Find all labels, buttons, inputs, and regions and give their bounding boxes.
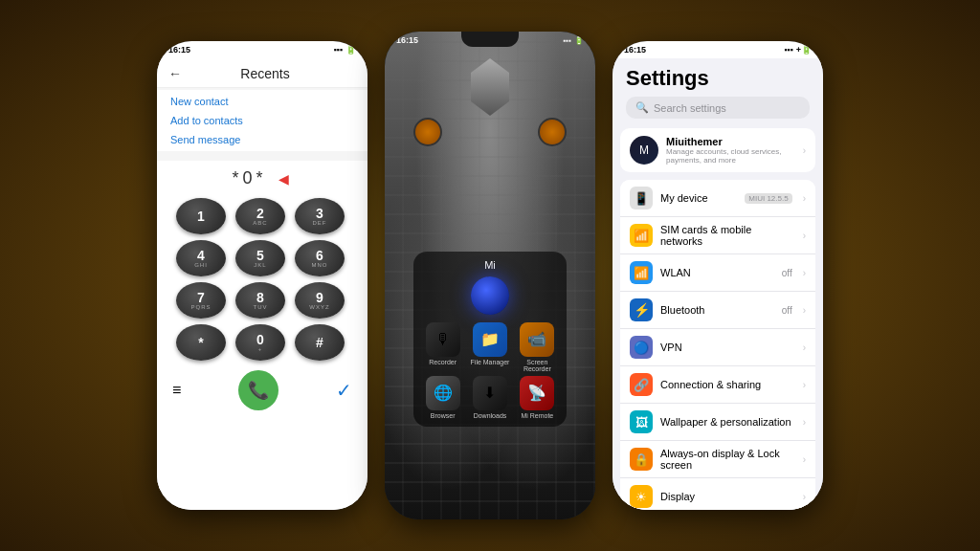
app-miremote[interactable]: 📡 Mi Remote <box>516 376 559 419</box>
account-desc: Manage accounts, cloud services, payment… <box>666 147 795 165</box>
account-chevron: › <box>803 145 806 156</box>
back-button[interactable]: ← <box>168 66 182 81</box>
check-button[interactable]: ✓ <box>336 379 352 402</box>
miremote-label: Mi Remote <box>521 412 553 419</box>
recents-header: ← Recents <box>157 58 368 88</box>
battery-icon-center: 🔋 <box>574 36 584 45</box>
account-name: Miuithemer <box>666 136 795 147</box>
settings-item-connection[interactable]: 🔗 Connection & sharing › <box>620 366 815 404</box>
settings-item-display[interactable]: ☀ Display › <box>620 478 815 510</box>
status-time-center: 16:15 <box>396 35 418 45</box>
key-5[interactable]: 5JKL <box>235 240 285 276</box>
app-browser[interactable]: 🌐 Browser <box>421 376 464 419</box>
filemanager-label: File Manager <box>471 359 510 365</box>
vpn-chevron: › <box>803 342 806 353</box>
phone-right: 16:15 ▪▪▪ +🔋 Settings 🔍 Search settings … <box>612 41 823 510</box>
bluetooth-title: Bluetooth <box>660 304 774 316</box>
mydevice-icon: 📱 <box>630 187 653 209</box>
app-downloads[interactable]: ⬇ Downloads <box>468 376 511 419</box>
key-0[interactable]: 0+ <box>235 324 285 361</box>
mydevice-chevron: › <box>803 193 806 204</box>
display-content: Display <box>660 491 795 502</box>
wlan-chevron: › <box>803 268 806 278</box>
right-orb <box>538 118 567 146</box>
aod-title: Always-on display & Lock screen <box>660 448 795 471</box>
connection-icon: 🔗 <box>630 373 653 396</box>
sim-chevron: › <box>803 231 806 241</box>
filemanager-icon: 📁 <box>473 322 507 357</box>
sim-title: SIM cards & mobile networks <box>660 224 795 247</box>
center-orb <box>471 276 509 315</box>
app-recorder[interactable]: 🎙 Recorder <box>421 322 464 372</box>
add-to-contacts-link[interactable]: Add to contacts <box>170 115 354 126</box>
key-hash[interactable]: # <box>295 324 345 361</box>
downloads-label: Downloads <box>474 412 507 419</box>
key-4[interactable]: 4GHI <box>176 240 226 276</box>
dial-input: *0* ◀ <box>163 168 362 188</box>
search-placeholder: Search settings <box>654 102 726 114</box>
mydevice-title: My device <box>660 192 737 204</box>
display-title: Display <box>660 491 795 502</box>
menu-icon[interactable]: ≡ <box>172 382 181 399</box>
account-section[interactable]: M Miuithemer Manage accounts, cloud serv… <box>620 128 815 172</box>
signal-icon-right: ▪▪▪ <box>784 45 793 55</box>
signal-icon: ▪▪▪ <box>333 45 343 55</box>
screen-center: 16:15 ▪▪▪ 🔋 Mi 🎙 Recorder <box>385 32 595 519</box>
signal-icon-center: ▪▪▪ <box>563 36 571 45</box>
connection-content: Connection & sharing <box>660 379 795 390</box>
wallpaper-content: Wallpaper & personalization <box>660 416 795 428</box>
settings-item-vpn[interactable]: 🔵 VPN › <box>620 329 815 366</box>
mydevice-value: MIUI 12.5.5 <box>745 193 791 204</box>
vpn-icon: 🔵 <box>630 336 653 359</box>
key-2[interactable]: 2ABC <box>235 198 285 234</box>
app-filemanager[interactable]: 📁 File Manager <box>468 322 511 372</box>
settings-item-mydevice[interactable]: 📱 My device MIUI 12.5.5 › <box>620 180 815 217</box>
dial-number: *0* <box>232 168 266 188</box>
connection-title: Connection & sharing <box>660 379 795 390</box>
downloads-icon: ⬇ <box>473 376 507 410</box>
aod-content: Always-on display & Lock screen <box>660 448 795 471</box>
wallpaper-chevron: › <box>803 417 806 428</box>
new-contact-link[interactable]: New contact <box>170 96 354 107</box>
settings-item-wallpaper[interactable]: 🖼 Wallpaper & personalization › <box>620 404 815 441</box>
browser-label: Browser <box>431 412 456 419</box>
recents-links: New contact Add to contacts Send message <box>157 90 368 151</box>
key-9[interactable]: 9WXYZ <box>295 282 345 319</box>
search-icon: 🔍 <box>635 101 649 114</box>
app-screenrecorder[interactable]: 📹 Screen Recorder <box>516 322 559 372</box>
phone-center: 16:15 ▪▪▪ 🔋 Mi 🎙 Recorder <box>385 32 595 519</box>
settings-item-aod[interactable]: 🔒 Always-on display & Lock screen › <box>620 441 815 478</box>
sim-icon: 📶 <box>630 224 653 247</box>
settings-item-wlan[interactable]: 📶 WLAN off › <box>620 254 815 292</box>
search-bar[interactable]: 🔍 Search settings <box>626 97 810 119</box>
key-1[interactable]: 1 <box>176 198 226 234</box>
status-icons-center: ▪▪▪ 🔋 <box>563 36 584 45</box>
display-icon: ☀ <box>630 485 653 508</box>
settings-header: Settings 🔍 Search settings <box>612 58 823 128</box>
key-star[interactable]: * <box>176 324 226 361</box>
left-orb <box>413 118 442 146</box>
key-3[interactable]: 3DEF <box>295 198 345 234</box>
browser-icon: 🌐 <box>426 376 460 410</box>
key-8[interactable]: 8TUV <box>235 282 285 319</box>
status-icons-left: ▪▪▪ 🔋 <box>333 45 356 55</box>
folder-label: Mi <box>421 259 559 271</box>
key-7[interactable]: 7PQRS <box>176 282 226 319</box>
backspace-button[interactable]: ◀ <box>278 171 293 187</box>
send-message-link[interactable]: Send message <box>170 134 354 145</box>
status-time-left: 16:15 <box>168 45 190 55</box>
settings-list: M Miuithemer Manage accounts, cloud serv… <box>612 128 823 510</box>
screen-right: Settings 🔍 Search settings M Miuithemer … <box>612 58 823 510</box>
phone-left: 16:15 ▪▪▪ 🔋 ← Recents New contact Add to… <box>157 41 368 510</box>
settings-title: Settings <box>626 66 810 91</box>
settings-item-bluetooth[interactable]: ⚡ Bluetooth off › <box>620 292 815 329</box>
vpn-content: VPN <box>660 342 795 353</box>
wallpaper-icon: 🖼 <box>630 410 653 433</box>
keypad: 1 2ABC 3DEF 4GHI 5JKL 6MNO 7PQRS 8TUV 9W… <box>176 198 348 361</box>
recorder-icon: 🎙 <box>426 322 460 357</box>
key-6[interactable]: 6MNO <box>295 240 345 276</box>
mydevice-content: My device <box>660 192 737 204</box>
settings-item-sim[interactable]: 📶 SIM cards & mobile networks › <box>620 217 815 254</box>
call-button[interactable]: 📞 <box>238 370 278 410</box>
app-grid: 🎙 Recorder 📁 File Manager 📹 Screen Recor… <box>421 322 559 419</box>
